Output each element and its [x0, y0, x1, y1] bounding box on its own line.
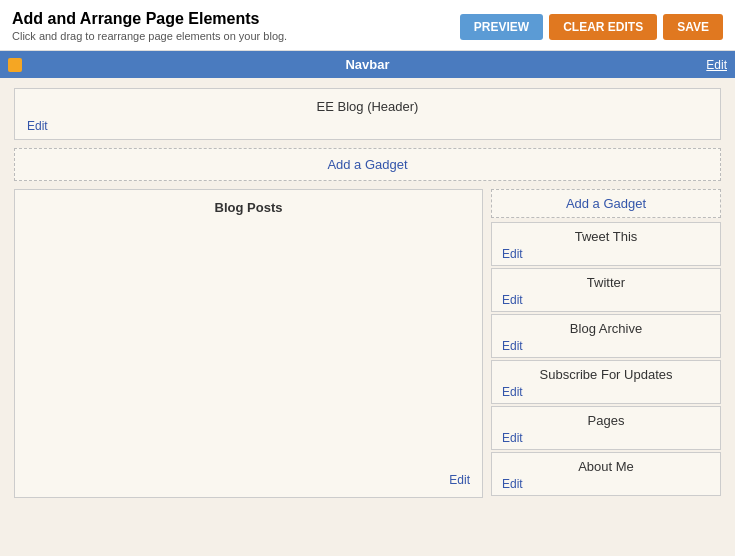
gadget-edit-link[interactable]: Edit	[502, 247, 523, 261]
right-col: Add a Gadget Tweet This Edit Twitter Edi…	[491, 189, 721, 498]
blog-posts-title: Blog Posts	[27, 200, 470, 215]
add-gadget-main-row: Add a Gadget	[14, 148, 721, 181]
gadget-title: Tweet This	[502, 229, 710, 244]
gadget-edit-link[interactable]: Edit	[502, 477, 523, 491]
blog-posts-section: Blog Posts Edit	[14, 189, 483, 498]
gadget-title: Twitter	[502, 275, 710, 290]
two-col-layout: Blog Posts Edit Add a Gadget Tweet This …	[14, 189, 721, 498]
preview-button[interactable]: PREVIEW	[460, 14, 543, 40]
page-title: Add and Arrange Page Elements	[12, 10, 287, 28]
save-button[interactable]: SAVE	[663, 14, 723, 40]
main-content: Navbar Edit EE Blog (Header) Edit Add a …	[0, 51, 735, 508]
gadget-title: About Me	[502, 459, 710, 474]
page-header: Add and Arrange Page Elements Click and …	[0, 0, 735, 51]
add-gadget-main-link[interactable]: Add a Gadget	[327, 157, 407, 172]
gadgets-container: Tweet This Edit Twitter Edit Blog Archiv…	[491, 222, 721, 498]
header-section: EE Blog (Header) Edit	[14, 88, 721, 140]
navbar-edit-link[interactable]: Edit	[706, 58, 727, 72]
header-section-edit-link[interactable]: Edit	[27, 119, 48, 133]
gadget-item: Twitter Edit	[491, 268, 721, 312]
navbar-icon	[8, 58, 22, 72]
content-wrapper: EE Blog (Header) Edit Add a Gadget Blog …	[0, 78, 735, 508]
gadget-edit-link[interactable]: Edit	[502, 293, 523, 307]
header-section-title: EE Blog (Header)	[27, 99, 708, 114]
gadget-edit-link[interactable]: Edit	[502, 339, 523, 353]
gadget-item: About Me Edit	[491, 452, 721, 496]
page-subtitle: Click and drag to rearrange page element…	[12, 30, 287, 42]
gadget-title: Pages	[502, 413, 710, 428]
right-add-gadget-link[interactable]: Add a Gadget	[566, 196, 646, 211]
navbar-label: Navbar	[345, 57, 389, 72]
clear-edits-button[interactable]: CLEAR EDITS	[549, 14, 657, 40]
gadget-item: Pages Edit	[491, 406, 721, 450]
blog-posts-edit-link[interactable]: Edit	[27, 473, 470, 487]
gadget-edit-link[interactable]: Edit	[502, 431, 523, 445]
right-add-gadget-row: Add a Gadget	[491, 189, 721, 218]
gadget-edit-link[interactable]: Edit	[502, 385, 523, 399]
page-title-block: Add and Arrange Page Elements Click and …	[12, 10, 287, 42]
header-buttons: PREVIEW CLEAR EDITS SAVE	[460, 14, 723, 40]
gadget-title: Subscribe For Updates	[502, 367, 710, 382]
gadget-item: Blog Archive Edit	[491, 314, 721, 358]
gadget-title: Blog Archive	[502, 321, 710, 336]
gadget-item: Tweet This Edit	[491, 222, 721, 266]
gadget-item: Subscribe For Updates Edit	[491, 360, 721, 404]
navbar-bar: Navbar Edit	[0, 51, 735, 78]
